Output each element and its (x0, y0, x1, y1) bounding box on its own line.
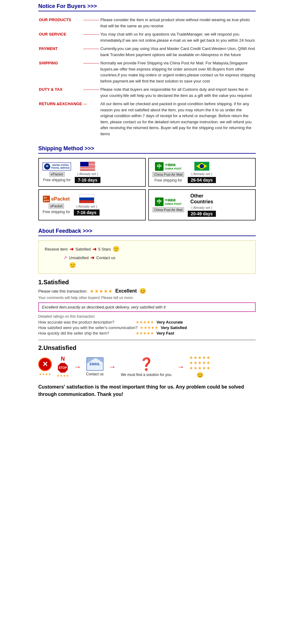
usps-logo: ✉ UNITED STATES POSTAL SERVICE ePacket F… (43, 163, 71, 182)
comments-hint: Your comments will help other buyers! Pl… (38, 296, 256, 300)
chinapost2-brand: 中 中国邮政 CHINA POST (155, 197, 182, 206)
flow-arrow3: → (177, 362, 184, 371)
contact-us-label: Contact us (86, 372, 104, 376)
feedback-satisfied-flow: Receive item ➜ Satisfied ➜ 5 Stars 🙂 (45, 246, 249, 252)
epacket-free: Free shipping for (43, 210, 70, 214)
notice-row: PAYMENT ———— Currently,you can pay using… (38, 44, 256, 59)
chinapost1-days: 26-54 days (188, 177, 216, 183)
feedback-title: About Feedback >>> (38, 228, 256, 234)
outcome-smiley: 😊 (197, 372, 203, 378)
notice-text: Normally we provide Free Shipping via Ch… (100, 59, 256, 85)
rating-value: Very Accurate (156, 320, 183, 324)
notice-label: OUR PRODUCTS (38, 16, 83, 30)
stop-stars: ★★★★ (57, 374, 69, 378)
rate-line: Please rate this transaction: ★★★★★ Exce… (38, 288, 256, 294)
final-message: Customers' satisfaction is the most impo… (38, 383, 256, 398)
chinapost1-logo: 中 中国邮政 CHINA POST China Post Air Mail Fr… (153, 162, 184, 182)
email-item: EMAIL Contact us (86, 357, 104, 376)
question-item: ❓ We must find a solution for you. (121, 357, 172, 377)
notice-text: Please consider the item in actual produ… (100, 16, 256, 30)
excellent-smiley: 😊 (139, 288, 146, 294)
notice-row: DUTY & TAX ———— Please note that buyers … (38, 85, 256, 100)
notice-label: DUTY & TAX (38, 85, 83, 100)
usps-text: ✉ UNITED STATES POSTAL SERVICE (43, 163, 71, 171)
ship-box-epacket: Expres ePacket ePacket Free shipping for… (38, 189, 146, 220)
rating-stars: ★★★★★ (140, 325, 158, 330)
rating-question: How satisfied were you with the seller's… (38, 325, 138, 330)
epacket-logo-container: Expres ePacket ePacket Free shipping for (43, 196, 70, 214)
chinapost2-method: China Post Air Mail (153, 207, 184, 212)
review-box: Excellent item,exactly as described,quic… (38, 302, 256, 312)
satisfied-section: 1.Satisfied Please rate this transaction… (38, 279, 256, 335)
rating-row: How quickly did the seller ship the item… (38, 331, 256, 335)
arrow1: ➜ (70, 246, 74, 252)
rating-value: Very Fast (156, 331, 174, 335)
outcome-stars3: ★★★★★ (189, 366, 211, 370)
satisfied-title: 1.Satisfied (38, 279, 256, 286)
notice-dash: ———— (83, 16, 100, 30)
unsatisfied-flow: ✕ ★★★★ N STOP ★★★★ → (38, 355, 256, 378)
notice-row: OUR SERVICE ———— You may chat with us fo… (38, 30, 256, 44)
rating-stars: ★★★★★ (136, 331, 154, 335)
unsatisfied-section: 2.Unsatisfied ✕ ★★★★ N STOP (38, 344, 256, 398)
notice-dash: — (83, 100, 100, 138)
chinapost2-logo: 中 中国邮政 CHINA POST China Post Air Mail (153, 197, 184, 212)
contact-label: Contact us (96, 255, 115, 260)
chinapost2-days: 20-49 days (188, 211, 216, 217)
satisfied-label: Satisfied (75, 247, 91, 251)
notice-label: SHIPPING (38, 59, 83, 85)
rate-label: Please rate this transaction: (38, 289, 87, 293)
stars-outcome: ★★★★★ ★★★★★ ★★★★★ 😊 (189, 355, 211, 378)
section-separator (38, 340, 256, 340)
notice-row: OUR PRODUCTS ———— Please consider the it… (38, 16, 256, 30)
feedback-divider (38, 236, 256, 236)
shipping-title: Shipping Method >>> (38, 145, 256, 152)
outcome-stars2: ★★★★★ (189, 360, 211, 365)
notice-text: You may chat with us for any questions v… (100, 30, 256, 44)
ratings-detail-label: Detailed ratings on this transaction (38, 314, 256, 319)
notice-text: Please note that buyers are responsible … (100, 85, 256, 100)
chinapost1-brand: 中 中国邮政 CHINA POST (155, 162, 182, 171)
notice-dash: ———— (83, 44, 100, 59)
rating-value: Very Satisfied (161, 325, 187, 330)
chinapost1-right: ( Already set ) 26-54 days (188, 162, 216, 183)
smiley-icon: 🙂 (113, 246, 119, 252)
usps-already: ( Already set ) (77, 172, 98, 176)
notice-row: SHIPPING ———— Normally we provide Free S… (38, 59, 256, 85)
outcome-stars1: ★★★★★ (189, 355, 211, 360)
notice-dash: ———— (83, 85, 100, 100)
notice-row: RETURN &EXCHANGE — All our items will be… (38, 100, 256, 138)
stop-sign-item: N STOP ★★★★ (57, 356, 69, 378)
flow-arrow1: → (74, 362, 81, 371)
notice-title: Notice For Buyers >>> (38, 3, 256, 10)
notice-label: RETURN &EXCHANGE (38, 100, 83, 138)
other-countries-label: OtherCountries (190, 193, 213, 205)
notice-section: Notice For Buyers >>> OUR PRODUCTS ———— … (38, 3, 256, 138)
rating-stars: ★★★★★ (136, 320, 154, 324)
review-text: Excellent item,exactly as described,quic… (42, 305, 166, 309)
frown-icon: 🙁 (69, 262, 76, 268)
find-solution-label: We must find a solution for you. (121, 373, 172, 377)
china-post-icon: 中 (155, 162, 164, 171)
shipping-divider (38, 153, 256, 154)
notice-label: OUR SERVICE (38, 30, 83, 44)
shipping-grid: ✉ UNITED STATES POSTAL SERVICE ePacket F… (38, 158, 256, 220)
chinapost2-already: ( Already set ) (191, 206, 212, 209)
notice-dash: ———— (83, 30, 100, 44)
arrow3: ↗ (63, 255, 67, 261)
br-flag (194, 162, 209, 171)
epacket-brand: Expres ePacket (43, 196, 70, 202)
no-sign-item: ✕ ★★★★ (38, 358, 52, 376)
notice-dash: ———— (83, 59, 100, 85)
epacket-right: ( Already set ) 7-16 days (74, 194, 100, 216)
shipping-section: Shipping Method >>> ✉ UNITED STATES POST… (38, 145, 256, 220)
rating-rows: How accurate was the product description… (38, 320, 256, 335)
china-post-icon2: 中 (155, 197, 164, 206)
rating-row: How satisfied were you with the seller's… (38, 325, 256, 330)
chinapost1-already: ( Already set ) (191, 172, 212, 176)
feedback-section: About Feedback >>> Receive item ➜ Satisf… (38, 228, 256, 398)
ship-box-chinapost2: 中 中国邮政 CHINA POST China Post Air Mail Ot… (148, 189, 256, 220)
receive-label: Receive item (45, 247, 68, 251)
rating-question: How quickly did the seller ship the item… (38, 331, 133, 335)
epacket-days: 7-16 days (74, 209, 100, 216)
